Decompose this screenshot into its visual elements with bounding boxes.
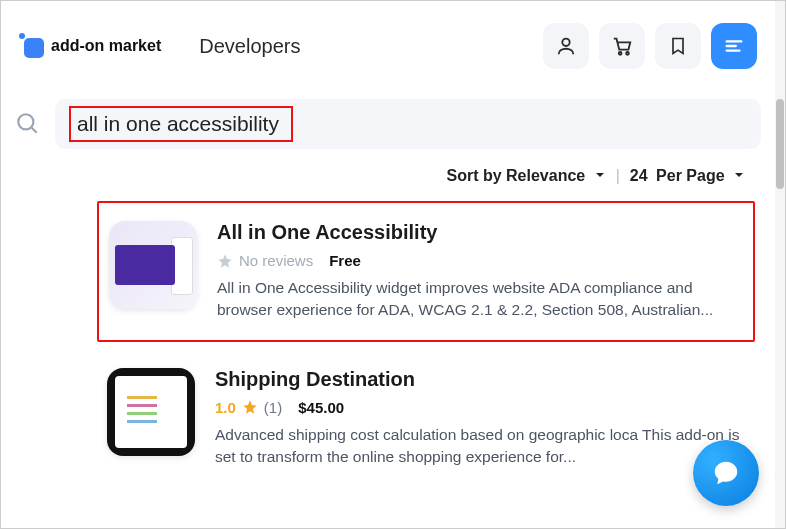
rating-value: 1.0 [215, 399, 236, 416]
header: add-on market Developers [1, 1, 785, 79]
svg-point-0 [562, 39, 569, 46]
per-page-count: 24 [630, 167, 648, 184]
cart-icon [611, 35, 633, 57]
search-box[interactable] [55, 99, 761, 149]
svg-point-6 [18, 114, 33, 129]
separator: | [616, 167, 620, 185]
star-icon [242, 399, 258, 415]
header-icons [543, 23, 757, 69]
result-item[interactable]: All in One Accessibility No reviews Free… [97, 201, 755, 342]
chevron-down-icon [733, 169, 745, 181]
svg-point-1 [619, 52, 622, 55]
search-icon [15, 111, 41, 137]
per-page-dropdown[interactable]: 24 Per Page [630, 167, 745, 185]
bookmark-icon [668, 35, 688, 57]
chat-icon [711, 458, 741, 488]
result-title[interactable]: Shipping Destination [215, 368, 745, 391]
menu-button[interactable] [711, 23, 757, 69]
result-meta: No reviews Free [217, 252, 743, 269]
result-meta: 1.0 (1) $45.00 [215, 399, 745, 416]
result-item[interactable]: Shipping Destination 1.0 (1) $45.00 Adva… [97, 350, 755, 487]
svg-point-2 [626, 52, 629, 55]
menu-icon [723, 35, 745, 57]
result-info: All in One Accessibility No reviews Free… [217, 221, 743, 322]
price: $45.00 [298, 399, 344, 416]
scrollbar-thumb[interactable] [776, 99, 784, 189]
sort-row: Sort by Relevance | 24 Per Page [1, 163, 785, 191]
user-icon [555, 35, 577, 57]
star-icon [217, 253, 233, 269]
result-thumbnail [109, 221, 197, 309]
review-count: (1) [264, 399, 282, 416]
sort-label: Sort by Relevance [446, 167, 585, 184]
bookmark-button[interactable] [655, 23, 701, 69]
result-info: Shipping Destination 1.0 (1) $45.00 Adva… [215, 368, 745, 469]
result-description: All in One Accessibility widget improves… [217, 277, 743, 322]
result-thumbnail [107, 368, 195, 456]
reviews-label: No reviews [239, 252, 313, 269]
sort-by-dropdown[interactable]: Sort by Relevance [446, 167, 605, 185]
result-title[interactable]: All in One Accessibility [217, 221, 743, 244]
chevron-down-icon [594, 169, 606, 181]
chat-button[interactable] [693, 440, 759, 506]
scrollbar-track[interactable] [775, 1, 785, 528]
result-description: Advanced shipping cost calculation based… [215, 424, 745, 469]
brand-text: add-on market [51, 37, 161, 55]
developers-link[interactable]: Developers [199, 35, 300, 58]
search-row [1, 79, 785, 169]
svg-line-7 [31, 127, 36, 132]
per-page-label: Per Page [656, 167, 724, 184]
account-button[interactable] [543, 23, 589, 69]
brand[interactable]: add-on market [21, 35, 161, 57]
price: Free [329, 252, 361, 269]
results-list: All in One Accessibility No reviews Free… [1, 191, 785, 487]
search-input[interactable] [71, 108, 291, 140]
cart-button[interactable] [599, 23, 645, 69]
brand-icon [21, 35, 43, 57]
